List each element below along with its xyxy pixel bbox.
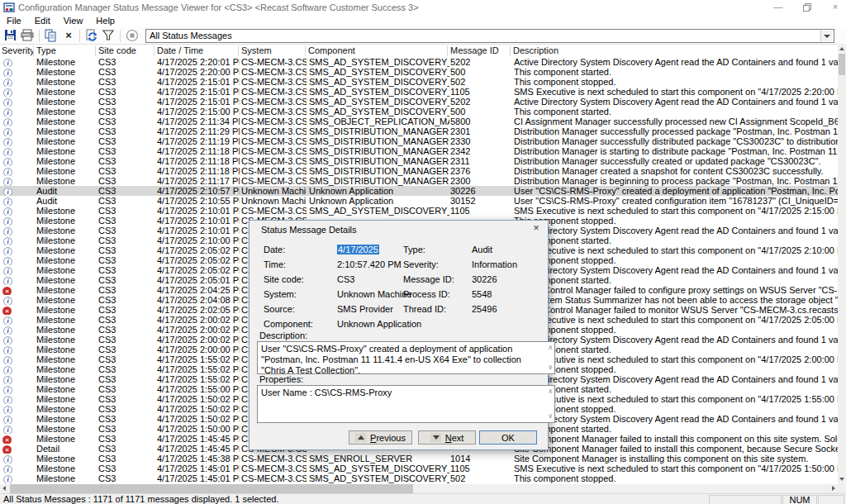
cell-site_code: CS3 bbox=[98, 146, 155, 156]
table-row[interactable]: iMilestoneCS34/17/2025 2:15:01 PMCS-MECM… bbox=[0, 97, 838, 107]
menu-item-help[interactable]: Help bbox=[89, 15, 121, 27]
delete-button[interactable]: × bbox=[61, 29, 76, 43]
cell-type: Milestone bbox=[36, 464, 97, 473]
field-value: Unknown Machine bbox=[337, 289, 412, 299]
table-row[interactable]: iMilestoneCS34/17/2025 2:11:18 PMCS-MECM… bbox=[0, 156, 838, 166]
table-row[interactable]: iMilestoneCS34/17/2025 2:11:19 PMCS-MECM… bbox=[0, 136, 838, 146]
severity-cell: i bbox=[0, 196, 31, 206]
menu-item-edit[interactable]: Edit bbox=[28, 15, 57, 27]
chevron-down-icon[interactable]: ∨ bbox=[548, 413, 553, 420]
cell-type: Milestone bbox=[36, 394, 97, 404]
properties-box[interactable]: User Name : CS\CS-RMS-Proxy ∧ ∨ bbox=[257, 385, 555, 423]
cell-date_time: 4/17/2025 2:04:25 PM bbox=[157, 285, 240, 295]
table-row[interactable]: iMilestoneCS34/17/2025 2:11:18 PMCS-MECM… bbox=[0, 146, 838, 156]
scroll-up-icon[interactable] bbox=[839, 47, 844, 50]
chevron-down-icon[interactable]: ∨ bbox=[548, 364, 553, 371]
print-button[interactable] bbox=[21, 29, 36, 43]
info-icon: i bbox=[3, 108, 12, 116]
cell-site_code: CS3 bbox=[98, 404, 155, 414]
cell-date_time: 4/17/2025 2:11:17 PM bbox=[157, 176, 240, 186]
chevron-up-icon[interactable]: ∧ bbox=[548, 345, 553, 351]
cell-type: Milestone bbox=[36, 335, 97, 345]
ok-button[interactable]: OK bbox=[479, 430, 537, 445]
scroll-right-icon[interactable] bbox=[832, 486, 835, 491]
table-row[interactable]: iMilestoneCS34/17/2025 2:11:17 PMCS-MECM… bbox=[0, 176, 838, 186]
previous-button[interactable]: Previous bbox=[349, 430, 412, 445]
table-row[interactable]: iMilestoneCS34/17/2025 2:11:18 PMCS-MECM… bbox=[0, 166, 838, 176]
error-icon: × bbox=[2, 307, 12, 315]
scroll-down-icon[interactable] bbox=[839, 478, 844, 481]
description-box[interactable]: User "CS\CS-RMS-Proxy" created a deploym… bbox=[257, 341, 555, 374]
table-row[interactable]: iMilestoneCS34/17/2025 2:20:00 PMCS-MECM… bbox=[0, 67, 838, 77]
table-row[interactable]: iMilestoneCS34/17/2025 2:20:01 PMCS-MECM… bbox=[0, 57, 838, 67]
cell-site_code: CS3 bbox=[98, 265, 155, 275]
column-header-system[interactable]: System bbox=[238, 45, 306, 56]
table-row[interactable]: iMilestoneCS34/17/2025 1:45:01 PMCS-MECM… bbox=[0, 464, 838, 473]
table-row[interactable]: iMilestoneCS34/17/2025 2:15:01 PMCS-MECM… bbox=[0, 87, 838, 97]
column-header-message-id[interactable]: Message ID bbox=[447, 45, 511, 56]
horizontal-scroll-thumb[interactable] bbox=[10, 484, 413, 493]
refresh-button[interactable] bbox=[85, 29, 100, 43]
table-row[interactable]: iAuditCS34/17/2025 2:10:55 PMUnknown Mac… bbox=[0, 196, 838, 206]
cell-description: CI Assignment Manager successfully proce… bbox=[514, 116, 838, 126]
cell-type: Milestone bbox=[36, 226, 97, 235]
severity-cell: × bbox=[0, 434, 31, 444]
table-row[interactable]: iMilestoneCS34/17/2025 2:11:34 PMCS-MECM… bbox=[0, 116, 838, 126]
info-icon: i bbox=[3, 188, 12, 196]
info-icon: i bbox=[3, 376, 12, 384]
cell-type: Milestone bbox=[36, 57, 97, 67]
cell-site_code: CS3 bbox=[98, 57, 155, 67]
properties-text: User Name : CS\CS-RMS-Proxy bbox=[261, 388, 392, 397]
next-button[interactable]: Next bbox=[418, 430, 476, 445]
stop-button[interactable] bbox=[126, 29, 140, 43]
chevron-up-icon[interactable]: ∧ bbox=[548, 388, 553, 395]
vertical-scrollbar[interactable] bbox=[838, 44, 846, 484]
table-row[interactable]: iMilestoneCS34/17/2025 1:45:38 PMCS-MECM… bbox=[0, 454, 838, 464]
column-header-site-code[interactable]: Site code bbox=[95, 45, 154, 56]
cell-date_time: 4/17/2025 1:45:45 PM bbox=[157, 444, 240, 454]
minimize-button[interactable]: — bbox=[772, 1, 785, 13]
filter-button[interactable] bbox=[102, 29, 116, 43]
scroll-left-icon[interactable] bbox=[2, 486, 6, 491]
cell-date_time: 4/17/2025 2:10:01 PM bbox=[157, 226, 240, 235]
horizontal-scrollbar[interactable] bbox=[0, 484, 838, 493]
cell-type: Audit bbox=[36, 186, 97, 196]
filter-combo[interactable]: All Status Messages bbox=[145, 29, 834, 43]
dialog-title: Status Message Details bbox=[261, 225, 357, 235]
severity-cell: i bbox=[0, 97, 31, 107]
copy-button[interactable] bbox=[45, 29, 59, 43]
field-label: Date: bbox=[264, 245, 285, 254]
column-header-date-time[interactable]: Date / Time bbox=[154, 45, 239, 56]
cell-type: Milestone bbox=[36, 126, 97, 136]
table-row[interactable]: iMilestoneCS34/17/2025 2:15:00 PMCS-MECM… bbox=[0, 107, 838, 116]
cell-date_time: 4/17/2025 1:55:02 PM bbox=[157, 364, 240, 374]
combo-dropdown-button[interactable] bbox=[820, 31, 833, 41]
cell-site_code: CS3 bbox=[98, 226, 155, 235]
restore-button[interactable] bbox=[801, 1, 814, 13]
column-header-type[interactable]: Type bbox=[33, 45, 96, 56]
menu-item-view[interactable]: View bbox=[57, 15, 90, 27]
status-bar: All Status Messages : 1171 of 1171 messa… bbox=[0, 493, 846, 504]
close-icon[interactable]: × bbox=[530, 222, 542, 234]
table-row[interactable]: iMilestoneCS34/17/2025 2:15:01 PMCS-MECM… bbox=[0, 77, 838, 87]
info-icon: i bbox=[3, 138, 12, 146]
column-header-component[interactable]: Component bbox=[305, 45, 448, 56]
cell-system: CS-MECM-3.CS.... bbox=[241, 67, 307, 77]
column-header-description[interactable]: Description bbox=[510, 45, 839, 56]
vertical-scroll-thumb[interactable] bbox=[839, 54, 845, 75]
cell-site_code: CS3 bbox=[98, 444, 155, 454]
table-row[interactable]: iMilestoneCS34/17/2025 1:45:01 PMCS-MECM… bbox=[0, 473, 838, 483]
severity-cell: i bbox=[0, 216, 31, 226]
table-row[interactable]: iMilestoneCS34/17/2025 2:11:29 PMCS-MECM… bbox=[0, 126, 838, 136]
save-button[interactable] bbox=[4, 29, 19, 43]
table-row[interactable]: iAuditCS34/17/2025 2:10:57 PMUnknown Mac… bbox=[0, 186, 838, 196]
column-header-severity[interactable]: Severity bbox=[0, 45, 34, 56]
close-icon[interactable]: × bbox=[829, 1, 842, 13]
info-icon: i bbox=[3, 257, 12, 265]
chevron-up-icon bbox=[355, 433, 366, 442]
table-row[interactable]: iMilestoneCS34/17/2025 2:10:01 PMCS-MECM… bbox=[0, 206, 838, 216]
cell-site_code: CS3 bbox=[98, 374, 155, 384]
menu-item-file[interactable]: File bbox=[0, 15, 28, 27]
cell-description: WSUS Control Manager failed to configure… bbox=[514, 285, 838, 295]
cell-date_time: 4/17/2025 1:50:02 PM bbox=[157, 414, 240, 424]
